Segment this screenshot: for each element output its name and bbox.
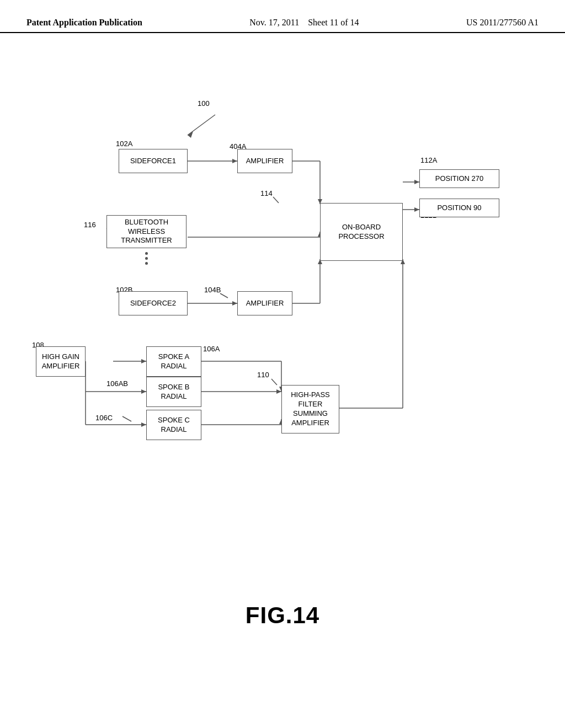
publication-label: Patent Application Publication bbox=[26, 18, 142, 28]
highpass-box: HIGH-PASS FILTER SUMMING AMPLIFIER bbox=[281, 385, 339, 433]
svg-marker-1 bbox=[188, 131, 193, 138]
svg-marker-10 bbox=[414, 207, 419, 212]
sideforce2-box: SIDEFORCE2 bbox=[119, 291, 188, 315]
ref-100: 100 bbox=[198, 99, 210, 108]
svg-line-46 bbox=[122, 416, 131, 421]
ref-106C: 106C bbox=[95, 414, 113, 422]
page-header: Patent Application Publication Nov. 17, … bbox=[0, 0, 565, 33]
ref-112A: 112A bbox=[420, 156, 437, 164]
sheet-label: Sheet 11 of 14 bbox=[308, 18, 359, 27]
high-gain-box: HIGH GAIN AMPLIFIER bbox=[36, 346, 86, 377]
spoke-c-box: SPOKE C RADIAL bbox=[146, 410, 201, 440]
ref-110: 110 bbox=[257, 371, 269, 379]
ref-104B: 104B bbox=[204, 286, 221, 294]
svg-line-45 bbox=[271, 379, 277, 385]
amplifier-top-box: AMPLIFIER bbox=[237, 149, 292, 173]
svg-marker-25 bbox=[276, 389, 281, 394]
diagram-area: 100 102A 404A 112A 116 114 112B 102B 104… bbox=[0, 33, 565, 662]
svg-line-0 bbox=[188, 115, 215, 135]
patent-number-label: US 2011/277560 A1 bbox=[466, 18, 539, 28]
svg-marker-3 bbox=[232, 159, 237, 163]
svg-marker-20 bbox=[141, 359, 146, 363]
bluetooth-box: BLUETOOTH WIRELESS TRANSMITTER bbox=[106, 215, 186, 248]
figure-label: FIG.14 bbox=[246, 602, 319, 629]
spoke-a-box: SPOKE A RADIAL bbox=[146, 346, 201, 377]
onboard-box: ON-BOARD PROCESSOR bbox=[320, 203, 403, 261]
svg-marker-37 bbox=[141, 422, 146, 427]
date-sheet-label: Nov. 17, 2011 Sheet 11 of 14 bbox=[249, 18, 359, 28]
date-label: Nov. 17, 2011 bbox=[249, 18, 299, 27]
ref-114: 114 bbox=[260, 189, 273, 197]
amplifier-bot-box: AMPLIFIER bbox=[237, 291, 292, 315]
position270-box: POSITION 270 bbox=[419, 169, 499, 188]
svg-marker-34 bbox=[141, 389, 146, 394]
ref-116: 116 bbox=[84, 221, 96, 229]
ellipsis-dots bbox=[145, 252, 148, 265]
position90-box: POSITION 90 bbox=[419, 199, 499, 217]
sideforce1-box: SIDEFORCE1 bbox=[119, 149, 188, 173]
svg-marker-15 bbox=[232, 301, 237, 306]
spoke-b-box: SPOKE B RADIAL bbox=[146, 377, 201, 407]
svg-line-41 bbox=[273, 197, 279, 203]
ref-106A: 106A bbox=[203, 345, 220, 353]
ref-106AB: 106AB bbox=[106, 379, 128, 388]
ref-102A: 102A bbox=[116, 140, 132, 148]
svg-line-43 bbox=[220, 293, 228, 298]
svg-marker-8 bbox=[414, 180, 419, 184]
